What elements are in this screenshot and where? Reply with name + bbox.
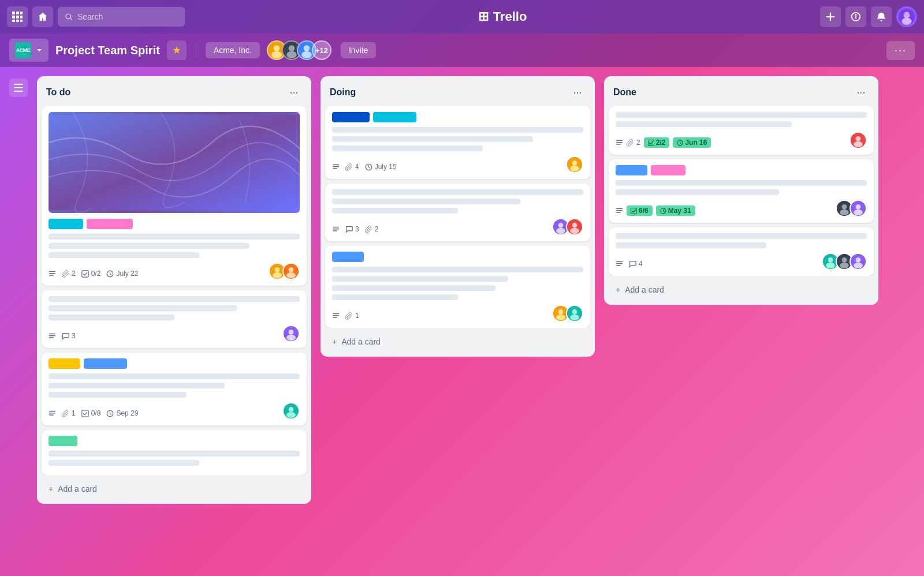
meta-comments-2: 3 — [62, 332, 76, 340]
svg-rect-8 — [20, 20, 23, 22]
notifications-button[interactable] — [871, 6, 892, 27]
card-avatar-teal-d3 — [566, 305, 583, 322]
svg-point-65 — [572, 160, 578, 166]
card-todo-4[interactable] — [42, 430, 307, 475]
svg-rect-78 — [333, 317, 337, 318]
svg-point-29 — [304, 45, 310, 51]
svg-rect-94 — [616, 210, 623, 211]
grid-menu-button[interactable] — [7, 6, 28, 27]
meta-description-dn3 — [616, 260, 623, 268]
add-card-button-done[interactable]: + Add a card — [609, 279, 874, 300]
info-button[interactable] — [845, 6, 866, 27]
card-line — [49, 373, 300, 379]
tag-blue2-d3 — [332, 252, 364, 262]
board-title: Project Team Spirit — [55, 44, 160, 57]
svg-point-72 — [556, 228, 565, 234]
svg-rect-55 — [82, 410, 88, 416]
card-todo-1[interactable]: 2 0/2 July 22 — [42, 106, 307, 286]
card-title-line — [49, 234, 300, 240]
svg-rect-67 — [333, 226, 339, 227]
card-line — [49, 383, 225, 388]
svg-rect-32 — [14, 87, 23, 88]
home-button[interactable] — [32, 6, 53, 27]
tag-blue — [332, 112, 370, 122]
search-bar[interactable]: Search — [58, 7, 185, 27]
column-header-todo: To do ··· — [37, 76, 311, 106]
meta-description-3 — [49, 410, 56, 417]
card-done-3[interactable]: 4 — [609, 227, 874, 276]
svg-point-59 — [286, 412, 296, 418]
card-line — [332, 276, 508, 282]
svg-point-19 — [904, 13, 906, 15]
card-doing-1[interactable]: 4 July 15 — [325, 106, 590, 179]
svg-rect-60 — [333, 164, 339, 165]
card-line — [616, 112, 867, 118]
card-avatars-d1 — [566, 156, 583, 173]
svg-rect-86 — [616, 141, 623, 143]
header-divider — [196, 42, 196, 58]
svg-point-80 — [558, 309, 564, 315]
card-line — [616, 233, 867, 239]
workspace-name-button[interactable]: Acme, Inc. — [206, 42, 260, 58]
add-card-button-todo[interactable]: + Add a card — [42, 478, 307, 499]
meta-attachments-d1: 4 — [345, 163, 359, 171]
svg-rect-76 — [333, 313, 339, 314]
svg-point-50 — [289, 330, 294, 335]
card-done-2[interactable]: 6/6 May 31 — [609, 159, 874, 223]
svg-rect-1 — [16, 12, 19, 14]
logo-icon: ⊞ — [478, 9, 489, 24]
card-footer-dn2: 6/6 May 31 — [616, 200, 867, 217]
svg-rect-62 — [333, 168, 337, 169]
user-avatar[interactable] — [896, 6, 917, 27]
svg-rect-52 — [49, 410, 55, 412]
card-line — [49, 305, 237, 311]
card-body-line — [49, 252, 199, 258]
card-doing-2[interactable]: 3 2 — [325, 184, 590, 241]
meta-description-d1 — [332, 163, 340, 171]
card-avatar-purple-dn3 — [850, 253, 867, 270]
column-menu-todo[interactable]: ··· — [286, 84, 302, 100]
create-button[interactable] — [820, 6, 841, 27]
svg-point-112 — [840, 263, 849, 268]
column-menu-done[interactable]: ··· — [853, 84, 869, 100]
svg-rect-87 — [616, 144, 621, 145]
card-done-1[interactable]: 2 2/2 Jun 16 — [609, 106, 874, 155]
svg-point-20 — [907, 13, 910, 15]
svg-rect-3 — [12, 16, 15, 18]
card-todo-2[interactable]: 3 — [42, 290, 307, 348]
svg-rect-46 — [49, 333, 55, 334]
card-avatars-dn3 — [822, 253, 867, 270]
card-tags-3 — [49, 358, 300, 369]
invite-button[interactable]: Invite — [341, 42, 376, 58]
card-meta-3: 1 0/8 Sep 29 — [49, 409, 138, 417]
svg-point-83 — [572, 309, 578, 315]
card-avatars-dn1 — [850, 132, 867, 149]
svg-rect-68 — [333, 228, 339, 229]
member-count-badge[interactable]: +12 — [312, 40, 331, 60]
card-meta-dn2: 6/6 May 31 — [616, 205, 695, 216]
svg-rect-33 — [14, 91, 23, 92]
meta-date-3: Sep 29 — [106, 409, 138, 417]
board-menu-button[interactable]: ··· — [886, 41, 915, 60]
card-meta-dn3: 4 — [616, 260, 643, 268]
svg-rect-7 — [16, 20, 19, 22]
svg-rect-0 — [12, 12, 15, 14]
card-avatar-teal — [282, 402, 300, 420]
app-name: Trello — [493, 9, 527, 24]
card-doing-3[interactable]: 1 — [325, 246, 590, 328]
add-card-button-doing[interactable]: + Add a card — [325, 331, 590, 352]
tag-pink-dn2 — [651, 165, 685, 175]
star-button[interactable]: ★ — [167, 40, 187, 60]
card-line — [332, 189, 583, 195]
workspace-button[interactable]: ACME — [9, 39, 49, 62]
column-menu-doing[interactable]: ··· — [569, 84, 586, 100]
date-badge-dn2: May 31 — [656, 205, 695, 216]
meta-description-d2 — [332, 226, 340, 233]
card-todo-3[interactable]: 1 0/8 Sep 29 — [42, 353, 307, 425]
svg-point-115 — [854, 263, 863, 268]
svg-point-81 — [556, 315, 565, 320]
nav-right-actions — [820, 6, 917, 27]
svg-rect-69 — [333, 230, 337, 231]
sidebar-toggle[interactable] — [9, 78, 28, 97]
card-footer-dn1: 2 2/2 Jun 16 — [616, 132, 867, 149]
